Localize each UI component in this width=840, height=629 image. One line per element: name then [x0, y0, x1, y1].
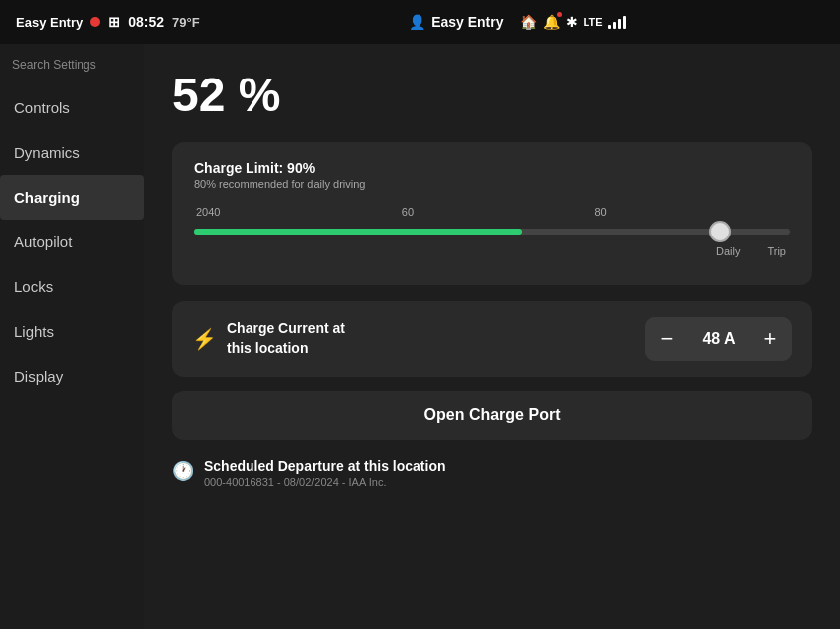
slider-label-80: 80 [594, 206, 606, 218]
dynamics-label: Dynamics [14, 144, 80, 161]
charging-content: 52 % Charge Limit: 90% 80% recommended f… [144, 44, 840, 629]
charge-limit-card: Charge Limit: 90% 80% recommended for da… [172, 142, 812, 285]
charge-current-card: ⚡ Charge Current atthis location − 48 A … [172, 301, 812, 377]
sidebar-item-autopilot[interactable]: Autopilot [0, 220, 144, 264]
charging-label: Charging [14, 189, 80, 206]
sidebar-item-locks[interactable]: Locks [0, 264, 144, 309]
slider-fill [194, 229, 522, 235]
plug-icon: ⚡ [192, 327, 217, 351]
open-charge-port-button[interactable]: Open Charge Port [172, 391, 812, 440]
sidebar: Search Settings Controls Dynamics Chargi… [0, 44, 144, 629]
sidebar-item-charging[interactable]: Charging [0, 175, 144, 220]
center-title: Easy Entry [431, 14, 503, 30]
daily-label: Daily [716, 245, 740, 257]
status-bar: Easy Entry ⊞ 08:52 79°F 👤 Easy Entry 🏠 🔔… [0, 0, 840, 44]
signal-bars [608, 15, 626, 29]
decrement-current-button[interactable]: − [645, 317, 689, 361]
slider-labels: 20 40 60 80 [194, 206, 790, 218]
slider-daily-trip: Daily Trip [194, 245, 790, 257]
charge-current-control: − 48 A + [645, 317, 792, 361]
sidebar-item-display[interactable]: Display [0, 354, 144, 398]
charge-limit-subtitle: 80% recommended for daily driving [194, 178, 790, 190]
scheduled-departure-subtitle: 000-40016831 - 08/02/2024 - IAA Inc. [204, 476, 446, 488]
signal-bar-2 [613, 22, 616, 29]
status-bar-center: 👤 Easy Entry 🏠 🔔 ✱ LTE [212, 14, 824, 30]
app-title: Easy Entry [16, 15, 83, 30]
slider-track-wrapper[interactable] [194, 222, 790, 241]
lights-label: Lights [14, 323, 54, 340]
signal-bar-4 [623, 16, 626, 29]
charge-current-label: Charge Current atthis location [227, 319, 345, 358]
signal-bar-1 [608, 25, 611, 29]
slider-track [194, 229, 790, 235]
home-icon: 🏠 [520, 14, 537, 30]
slider-label-spacer2 [414, 206, 594, 218]
charge-current-left: ⚡ Charge Current atthis location [192, 319, 345, 358]
controls-label: Controls [14, 99, 70, 116]
lte-label: LTE [584, 16, 603, 28]
clock-icon: 🕐 [172, 460, 194, 482]
signal-bar-3 [618, 19, 621, 29]
search-settings-label[interactable]: Search Settings [0, 52, 144, 78]
status-bar-left: Easy Entry ⊞ 08:52 79°F [16, 14, 200, 30]
slider-label-40: 40 [208, 206, 220, 218]
scheduled-departure-text: Scheduled Departure at this location 000… [204, 458, 446, 488]
scheduled-departure: 🕐 Scheduled Departure at this location 0… [172, 458, 812, 488]
scheduled-departure-title: Scheduled Departure at this location [204, 458, 446, 474]
bell-notification-dot [557, 12, 562, 17]
sidebar-item-dynamics[interactable]: Dynamics [0, 130, 144, 175]
autopilot-label: Autopilot [14, 234, 72, 250]
time-display: 08:52 [128, 14, 164, 30]
slider-thumb[interactable] [709, 221, 731, 242]
bluetooth-icon: ✱ [566, 14, 578, 30]
person-icon: 👤 [409, 14, 425, 30]
slider-label-20v: 20 [196, 206, 208, 218]
display-label: Display [14, 368, 63, 385]
temperature-display: 79°F [172, 15, 200, 30]
current-value-display: 48 A [689, 330, 749, 348]
slider-label-60: 60 [402, 206, 414, 218]
charge-slider-container[interactable]: 20 40 60 80 Daily Trip [194, 206, 790, 257]
trip-label: Trip [767, 245, 786, 257]
slider-label-spacer3 [607, 206, 788, 218]
locks-label: Locks [14, 278, 53, 295]
sidebar-item-lights[interactable]: Lights [0, 309, 144, 354]
main-layout: Search Settings Controls Dynamics Chargi… [0, 44, 840, 629]
charge-limit-title: Charge Limit: 90% [194, 160, 790, 176]
slider-label-spacer [221, 206, 402, 218]
battery-percentage: 52 % [172, 68, 812, 122]
record-dot-icon [90, 17, 100, 27]
increment-current-button[interactable]: + [749, 317, 792, 361]
bell-icon-wrapper: 🔔 [543, 14, 560, 30]
sidebar-item-controls[interactable]: Controls [0, 85, 144, 130]
tablet-icon: ⊞ [108, 14, 120, 30]
